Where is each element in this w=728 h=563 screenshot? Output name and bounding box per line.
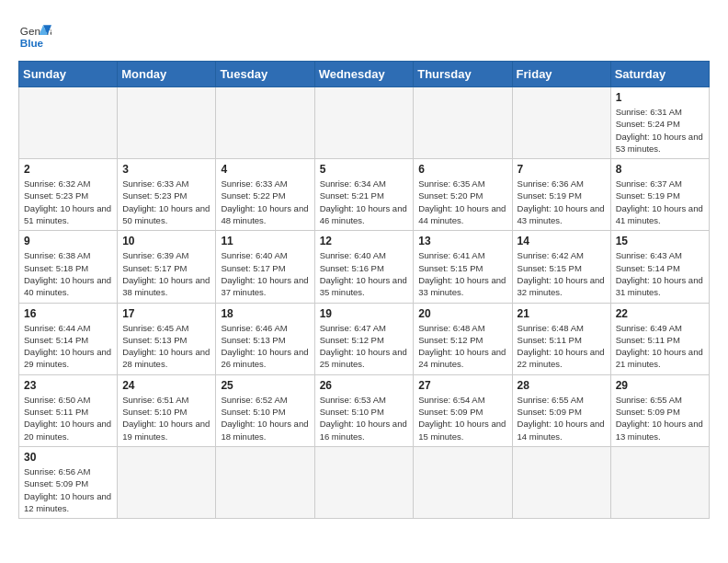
calendar-cell: 7Sunrise: 6:36 AM Sunset: 5:19 PM Daylig… (512, 159, 610, 231)
calendar-cell (414, 446, 512, 518)
calendar-cell: 17Sunrise: 6:45 AM Sunset: 5:13 PM Dayli… (118, 303, 216, 374)
calendar-cell: 16Sunrise: 6:44 AM Sunset: 5:14 PM Dayli… (19, 303, 118, 374)
day-header-friday: Friday (512, 62, 610, 87)
day-info: Sunrise: 6:53 AM Sunset: 5:10 PM Dayligh… (320, 394, 409, 442)
calendar-cell: 25Sunrise: 6:52 AM Sunset: 5:10 PM Dayli… (216, 374, 314, 446)
calendar-cell: 23Sunrise: 6:50 AM Sunset: 5:11 PM Dayli… (19, 374, 118, 446)
day-info: Sunrise: 6:34 AM Sunset: 5:21 PM Dayligh… (320, 178, 409, 226)
day-info: Sunrise: 6:43 AM Sunset: 5:14 PM Dayligh… (616, 249, 704, 298)
calendar-header-row: SundayMondayTuesdayWednesdayThursdayFrid… (19, 62, 710, 87)
calendar-cell: 3Sunrise: 6:33 AM Sunset: 5:23 PM Daylig… (118, 159, 216, 231)
day-number: 8 (616, 163, 704, 176)
header: General Blue (18, 18, 710, 52)
day-number: 24 (122, 379, 210, 392)
day-header-sunday: Sunday (19, 62, 118, 87)
calendar-cell: 8Sunrise: 6:37 AM Sunset: 5:19 PM Daylig… (610, 159, 709, 231)
day-number: 10 (122, 235, 210, 247)
calendar-cell: 19Sunrise: 6:47 AM Sunset: 5:12 PM Dayli… (314, 303, 414, 374)
calendar-cell: 29Sunrise: 6:55 AM Sunset: 5:09 PM Dayli… (610, 374, 709, 446)
calendar-cell: 9Sunrise: 6:38 AM Sunset: 5:18 PM Daylig… (19, 231, 118, 303)
day-number: 3 (122, 163, 210, 176)
day-info: Sunrise: 6:51 AM Sunset: 5:10 PM Dayligh… (122, 394, 210, 442)
calendar-cell: 6Sunrise: 6:35 AM Sunset: 5:20 PM Daylig… (414, 159, 512, 231)
day-number: 29 (616, 379, 704, 392)
day-number: 20 (418, 307, 506, 320)
day-info: Sunrise: 6:36 AM Sunset: 5:19 PM Dayligh… (518, 178, 606, 226)
day-number: 23 (24, 379, 112, 392)
calendar-week-row: 16Sunrise: 6:44 AM Sunset: 5:14 PM Dayli… (19, 303, 710, 374)
day-header-wednesday: Wednesday (314, 62, 414, 87)
day-number: 14 (518, 235, 606, 247)
day-number: 28 (518, 379, 606, 392)
calendar-cell (118, 87, 216, 159)
calendar-cell: 13Sunrise: 6:41 AM Sunset: 5:15 PM Dayli… (414, 231, 512, 303)
calendar-cell: 22Sunrise: 6:49 AM Sunset: 5:11 PM Dayli… (610, 303, 709, 374)
day-number: 18 (221, 307, 309, 320)
calendar-cell: 24Sunrise: 6:51 AM Sunset: 5:10 PM Dayli… (118, 374, 216, 446)
day-header-thursday: Thursday (414, 62, 512, 87)
day-info: Sunrise: 6:38 AM Sunset: 5:18 PM Dayligh… (24, 249, 112, 298)
calendar-cell (314, 87, 414, 159)
day-number: 19 (320, 307, 409, 320)
day-number: 4 (221, 163, 309, 176)
calendar-cell (19, 87, 118, 159)
calendar-cell: 1Sunrise: 6:31 AM Sunset: 5:24 PM Daylig… (610, 87, 709, 159)
logo: General Blue (18, 18, 51, 52)
day-number: 1 (616, 91, 704, 104)
day-info: Sunrise: 6:42 AM Sunset: 5:15 PM Dayligh… (518, 249, 606, 298)
calendar-cell: 12Sunrise: 6:40 AM Sunset: 5:16 PM Dayli… (314, 231, 414, 303)
day-number: 17 (122, 307, 210, 320)
day-info: Sunrise: 6:56 AM Sunset: 5:09 PM Dayligh… (24, 465, 112, 514)
day-info: Sunrise: 6:49 AM Sunset: 5:11 PM Dayligh… (616, 322, 704, 371)
day-info: Sunrise: 6:46 AM Sunset: 5:13 PM Dayligh… (221, 322, 309, 371)
day-info: Sunrise: 6:37 AM Sunset: 5:19 PM Dayligh… (616, 178, 704, 226)
day-number: 30 (24, 451, 112, 464)
day-info: Sunrise: 6:31 AM Sunset: 5:24 PM Dayligh… (616, 106, 704, 155)
day-number: 11 (221, 235, 309, 247)
calendar-week-row: 2Sunrise: 6:32 AM Sunset: 5:23 PM Daylig… (19, 159, 710, 231)
calendar-week-row: 30Sunrise: 6:56 AM Sunset: 5:09 PM Dayli… (19, 446, 710, 518)
calendar-cell (314, 446, 414, 518)
day-info: Sunrise: 6:50 AM Sunset: 5:11 PM Dayligh… (24, 394, 112, 442)
day-number: 13 (418, 235, 506, 247)
calendar-cell: 2Sunrise: 6:32 AM Sunset: 5:23 PM Daylig… (19, 159, 118, 231)
calendar-cell: 11Sunrise: 6:40 AM Sunset: 5:17 PM Dayli… (216, 231, 314, 303)
calendar-cell (512, 87, 610, 159)
day-info: Sunrise: 6:35 AM Sunset: 5:20 PM Dayligh… (418, 178, 506, 226)
calendar-cell: 5Sunrise: 6:34 AM Sunset: 5:21 PM Daylig… (314, 159, 414, 231)
day-info: Sunrise: 6:33 AM Sunset: 5:22 PM Dayligh… (221, 178, 309, 226)
day-info: Sunrise: 6:39 AM Sunset: 5:17 PM Dayligh… (122, 249, 210, 298)
calendar-cell: 15Sunrise: 6:43 AM Sunset: 5:14 PM Dayli… (610, 231, 709, 303)
day-info: Sunrise: 6:40 AM Sunset: 5:17 PM Dayligh… (221, 249, 309, 298)
day-info: Sunrise: 6:33 AM Sunset: 5:23 PM Dayligh… (122, 178, 210, 226)
day-info: Sunrise: 6:32 AM Sunset: 5:23 PM Dayligh… (24, 178, 112, 226)
calendar-cell: 26Sunrise: 6:53 AM Sunset: 5:10 PM Dayli… (314, 374, 414, 446)
calendar-cell (216, 446, 314, 518)
day-number: 7 (518, 163, 606, 176)
day-number: 16 (24, 307, 112, 320)
calendar-cell: 14Sunrise: 6:42 AM Sunset: 5:15 PM Dayli… (512, 231, 610, 303)
day-info: Sunrise: 6:44 AM Sunset: 5:14 PM Dayligh… (24, 322, 112, 371)
day-number: 21 (518, 307, 606, 320)
day-number: 6 (418, 163, 506, 176)
day-number: 26 (320, 379, 409, 392)
calendar-cell: 27Sunrise: 6:54 AM Sunset: 5:09 PM Dayli… (414, 374, 512, 446)
day-number: 15 (616, 235, 704, 247)
day-header-saturday: Saturday (610, 62, 709, 87)
calendar-week-row: 1Sunrise: 6:31 AM Sunset: 5:24 PM Daylig… (19, 87, 710, 159)
calendar-cell: 30Sunrise: 6:56 AM Sunset: 5:09 PM Dayli… (19, 446, 118, 518)
day-info: Sunrise: 6:55 AM Sunset: 5:09 PM Dayligh… (616, 394, 704, 442)
day-info: Sunrise: 6:41 AM Sunset: 5:15 PM Dayligh… (418, 249, 506, 298)
day-info: Sunrise: 6:40 AM Sunset: 5:16 PM Dayligh… (320, 249, 409, 298)
day-info: Sunrise: 6:48 AM Sunset: 5:12 PM Dayligh… (418, 322, 506, 371)
calendar-week-row: 9Sunrise: 6:38 AM Sunset: 5:18 PM Daylig… (19, 231, 710, 303)
calendar-week-row: 23Sunrise: 6:50 AM Sunset: 5:11 PM Dayli… (19, 374, 710, 446)
day-number: 5 (320, 163, 409, 176)
day-info: Sunrise: 6:52 AM Sunset: 5:10 PM Dayligh… (221, 394, 309, 442)
calendar: SundayMondayTuesdayWednesdayThursdayFrid… (18, 61, 710, 519)
day-header-monday: Monday (118, 62, 216, 87)
day-info: Sunrise: 6:55 AM Sunset: 5:09 PM Dayligh… (518, 394, 606, 442)
day-number: 22 (616, 307, 704, 320)
day-info: Sunrise: 6:47 AM Sunset: 5:12 PM Dayligh… (320, 322, 409, 371)
logo-icon: General Blue (18, 18, 51, 52)
